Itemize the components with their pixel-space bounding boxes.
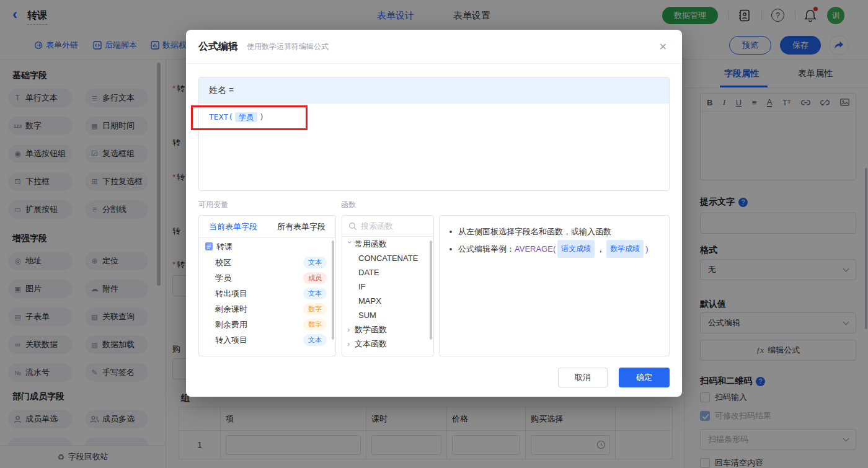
- chevron-down-icon: [345, 241, 355, 249]
- function-group[interactable]: 常用函数: [342, 237, 433, 251]
- function-item[interactable]: CONCATENATE: [342, 251, 433, 265]
- example-field-chip: 数学成绩: [606, 240, 644, 258]
- function-item[interactable]: MAPX: [342, 294, 433, 308]
- variable-row[interactable]: 转出项目文本: [199, 286, 335, 301]
- functions-label: 函数: [341, 200, 356, 210]
- variable-row[interactable]: 剩余课时数字: [199, 301, 335, 317]
- annotation-red-box: [191, 105, 308, 130]
- formula-editor: 姓名 = TEXT(学员): [198, 77, 670, 191]
- example-function: AVERAGE(: [515, 241, 556, 257]
- help-example: 公式编辑举例： AVERAGE( 语文成绩 ， 数学成绩 ): [450, 240, 659, 258]
- function-item[interactable]: DATE: [342, 265, 433, 280]
- type-badge: 文本: [303, 288, 327, 299]
- functions-scrollbar[interactable]: [430, 241, 432, 340]
- type-badge: 文本: [303, 257, 327, 268]
- function-search: [342, 216, 433, 237]
- example-field-chip: 语文成绩: [557, 240, 595, 258]
- variables-panel: 当前表单字段 所有表单字段 转课 校区文本 学员成员 转出项目文本 剩余课时数字…: [198, 215, 336, 356]
- function-search-input[interactable]: [361, 221, 423, 231]
- variable-row[interactable]: 校区文本: [199, 255, 335, 270]
- formula-edit-modal: 公式编辑 使用数学运算符编辑公式 姓名 = TEXT(学员) 可用变量 函数 当…: [186, 30, 682, 397]
- search-icon: [348, 222, 357, 231]
- function-group[interactable]: 数学函数: [342, 322, 433, 337]
- modal-header: 公式编辑 使用数学运算符编辑公式: [186, 30, 682, 64]
- modal-title: 公式编辑: [198, 40, 238, 53]
- type-badge: 成员: [303, 272, 327, 284]
- functions-panel: 常用函数 CONCATENATE DATE IF MAPX SUM 数学函数 文…: [342, 215, 434, 356]
- function-group[interactable]: 文本函数: [342, 337, 433, 351]
- confirm-button[interactable]: 确定: [619, 368, 670, 387]
- close-icon[interactable]: [659, 41, 667, 53]
- type-badge: 数字: [303, 303, 327, 315]
- variable-row[interactable]: 剩余费用数字: [199, 317, 335, 332]
- variables-scrollbar[interactable]: [332, 241, 334, 340]
- variable-row[interactable]: 转入项目文本: [199, 332, 335, 348]
- bullet: [450, 248, 452, 250]
- variable-row[interactable]: 学员成员: [199, 270, 335, 286]
- modal-subtitle: 使用数学运算符编辑公式: [247, 42, 329, 52]
- function-item[interactable]: SUM: [342, 308, 433, 322]
- variables-tabs: 当前表单字段 所有表单字段: [199, 216, 335, 238]
- cancel-button[interactable]: 取消: [558, 368, 608, 387]
- chevron-right-icon: [347, 325, 355, 334]
- bullet: [450, 231, 452, 233]
- app-window: 转课 表单设计 表单设置 数据管理 训 表单外链 后端脚本 数据权限 预览: [0, 0, 868, 468]
- tab-all-form-fields[interactable]: 所有表单字段: [267, 221, 335, 232]
- form-doc-icon: [205, 242, 213, 250]
- chevron-right-icon: [347, 339, 355, 348]
- variables-label: 可用变量: [198, 200, 228, 210]
- help-tip: 从左侧面板选择字段名和函数，或输入函数: [450, 223, 659, 240]
- help-panel: 从左侧面板选择字段名和函数，或输入函数 公式编辑举例： AVERAGE( 语文成…: [439, 215, 670, 356]
- type-badge: 文本: [303, 334, 327, 346]
- form-tree-root[interactable]: 转课: [199, 238, 335, 255]
- formula-target: 姓名 =: [199, 77, 669, 104]
- tab-current-form-fields[interactable]: 当前表单字段: [199, 221, 267, 232]
- function-item[interactable]: IF: [342, 280, 433, 294]
- type-badge: 数字: [303, 319, 327, 330]
